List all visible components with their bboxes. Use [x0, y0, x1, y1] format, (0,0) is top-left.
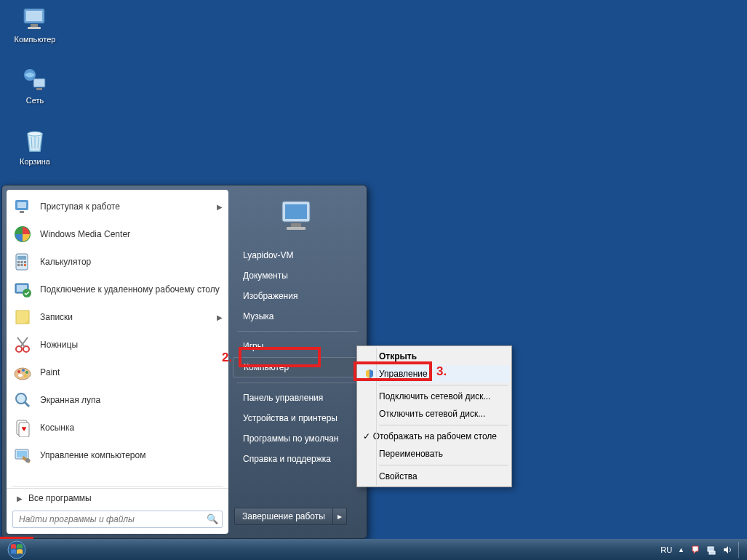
svg-point-7 — [28, 132, 42, 136]
svg-rect-51 — [708, 547, 714, 551]
computer-icon — [20, 4, 49, 33]
svg-point-36 — [18, 374, 23, 377]
desktop-icon-recycle[interactable]: Корзина — [7, 127, 63, 166]
tray-volume-icon[interactable] — [722, 545, 732, 555]
svg-rect-13 — [20, 211, 24, 213]
svg-text:♥: ♥ — [22, 424, 27, 433]
desktop-icon-computer[interactable]: Компьютер — [7, 4, 63, 44]
right-link-devices[interactable]: Устройства и принтеры — [233, 409, 362, 428]
program-label: Записки — [40, 312, 217, 322]
right-link-pictures[interactable]: Изображения — [233, 287, 362, 305]
svg-rect-3 — [28, 27, 41, 29]
program-media-center[interactable]: Windows Media Center — [7, 220, 228, 248]
svg-point-32 — [17, 370, 20, 373]
separator — [379, 465, 508, 465]
svg-rect-18 — [21, 261, 23, 263]
program-label: Paint — [40, 367, 223, 377]
annotation-number-2: 2. — [222, 351, 232, 365]
recycle-bin-icon — [20, 127, 49, 156]
annotation-number-3: 3. — [436, 364, 447, 379]
separator — [379, 385, 508, 385]
ctx-show-desktop[interactable]: ✓Отображать на рабочем столе — [359, 428, 510, 445]
desktop-icon-label: Сеть — [7, 96, 63, 105]
svg-point-33 — [22, 369, 25, 372]
all-programs-label: Все программы — [28, 493, 92, 503]
program-sticky-notes[interactable]: Записки ▶ — [7, 303, 228, 331]
ctx-rename[interactable]: Переименовать — [359, 445, 510, 463]
user-avatar-icon[interactable] — [276, 194, 319, 236]
ctx-open[interactable]: Открыть — [359, 348, 510, 365]
program-label: Калькулятор — [40, 257, 223, 267]
svg-rect-17 — [17, 261, 20, 263]
program-remote-desktop[interactable]: Подключение к удаленному рабочему столу — [7, 276, 228, 303]
right-link-default-programs[interactable]: Программы по умолчан — [233, 429, 362, 448]
tray-show-hidden-icon[interactable]: ▲ — [678, 546, 684, 553]
tray-network-icon[interactable] — [706, 545, 716, 555]
right-link-documents[interactable]: Документы — [233, 266, 362, 285]
desktop-icon-network[interactable]: Сеть — [7, 65, 63, 105]
right-link-computer[interactable]: Компьютер — [233, 357, 362, 377]
start-menu-right-pane: Lyapidov-VM Документы Изображения Музыка… — [228, 185, 367, 538]
right-link-music[interactable]: Музыка — [233, 307, 362, 326]
program-snipping[interactable]: Ножницы — [7, 331, 228, 359]
svg-rect-16 — [17, 256, 26, 260]
start-menu: Приступая к работе ▶ Windows Media Cente… — [1, 185, 367, 539]
start-menu-programs-list: Приступая к работе ▶ Windows Media Cente… — [7, 190, 228, 484]
chevron-right-icon: ▶ — [17, 495, 23, 503]
svg-rect-1 — [26, 11, 42, 21]
desktop-icon-label: Компьютер — [7, 35, 63, 44]
sticky-notes-icon — [12, 307, 33, 327]
show-desktop-button[interactable] — [738, 542, 743, 558]
program-label: Windows Media Center — [40, 229, 223, 239]
program-magnifier[interactable]: Экранная лупа — [7, 386, 228, 414]
magnifier-icon — [12, 390, 33, 410]
svg-rect-20 — [17, 264, 20, 266]
program-label: Приступая к работе — [40, 201, 217, 212]
right-link-games[interactable]: Игры — [233, 337, 362, 356]
svg-rect-19 — [24, 261, 26, 263]
svg-rect-48 — [291, 223, 301, 227]
right-link-help[interactable]: Справка и поддержка — [233, 449, 362, 468]
submenu-arrow-icon: ▶ — [217, 313, 223, 321]
scissors-icon — [12, 335, 33, 355]
all-programs-button[interactable]: ▶ Все программы — [7, 488, 228, 508]
ctx-map-drive[interactable]: Подключить сетевой диск... — [359, 388, 510, 405]
program-paint[interactable]: Paint — [7, 359, 228, 386]
program-solitaire[interactable]: ♠♥ Косынка — [7, 414, 228, 441]
shutdown-button[interactable]: Завершение работы — [234, 508, 333, 525]
context-menu: Открыть Управление Подключить сетевой ди… — [356, 345, 512, 487]
ctx-disconnect-drive[interactable]: Отключить сетевой диск... — [359, 405, 510, 423]
ctx-properties[interactable]: Свойства — [359, 468, 510, 485]
svg-rect-6 — [36, 88, 42, 90]
network-icon — [20, 65, 49, 95]
program-label: Подключение к удаленному рабочему столу — [40, 284, 223, 295]
start-button[interactable] — [1, 539, 32, 560]
program-label: Экранная лупа — [40, 395, 223, 405]
right-link-control-panel[interactable]: Панель управления — [233, 388, 362, 407]
separator — [237, 383, 358, 383]
program-computer-mgmt[interactable]: Управление компьютером — [7, 441, 228, 469]
program-calculator[interactable]: Калькулятор — [7, 248, 228, 276]
svg-rect-52 — [709, 551, 715, 554]
desktop-icon-label: Корзина — [7, 157, 63, 166]
shutdown-dropdown-button[interactable]: ▸ — [333, 508, 347, 525]
program-label: Ножницы — [40, 340, 223, 350]
ctx-manage[interactable]: Управление — [359, 365, 510, 383]
remote-desktop-icon — [12, 279, 33, 300]
checkmark-icon: ✓ — [361, 431, 372, 442]
submenu-arrow-icon: ▶ — [217, 203, 223, 211]
taskbar: RU ▲ — [0, 539, 747, 560]
search-icon[interactable]: 🔍 — [207, 513, 218, 524]
tray-action-center-icon[interactable] — [690, 545, 700, 555]
separator — [12, 486, 223, 487]
search-input[interactable] — [12, 511, 223, 528]
calculator-icon — [12, 252, 33, 272]
svg-rect-44 — [17, 451, 27, 457]
tray-language[interactable]: RU — [660, 545, 672, 554]
start-menu-left-pane: Приступая к работе ▶ Windows Media Cente… — [7, 190, 228, 534]
program-getting-started[interactable]: Приступая к работе ▶ — [7, 193, 228, 220]
svg-point-45 — [25, 458, 30, 463]
solitaire-icon: ♠♥ — [12, 417, 33, 438]
right-link-user[interactable]: Lyapidov-VM — [233, 246, 362, 265]
search-box: 🔍 — [12, 511, 223, 528]
